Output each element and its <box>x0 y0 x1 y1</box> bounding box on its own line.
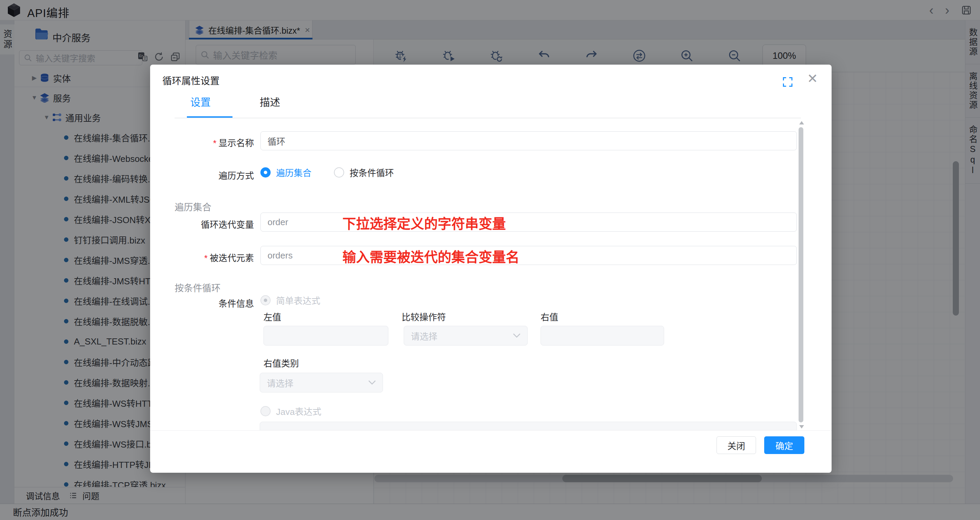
scroll-up-arrow-icon[interactable] <box>799 121 804 124</box>
loop-var-label: 循环迭代变量 <box>150 218 254 230</box>
radio-collection-label[interactable]: 遍历集合 <box>276 166 312 179</box>
display-name-label: *显示名称 <box>150 136 254 149</box>
right-value-input <box>541 326 664 346</box>
radio-simple-expr-label: 简单表达式 <box>276 294 320 306</box>
right-value-type-label: 右值类别 <box>264 357 299 369</box>
dialog-title: 循环属性设置 <box>162 73 220 87</box>
select-placeholder: 请选择 <box>267 376 293 389</box>
operator-select: 请选择 <box>404 326 528 346</box>
radio-collection-selected[interactable] <box>260 167 270 178</box>
loop-var-value: order <box>267 217 288 228</box>
java-expr-textarea-clipped <box>260 422 797 431</box>
chevron-down-icon <box>368 380 376 385</box>
required-mark: * <box>204 253 208 263</box>
scrollbar-thumb[interactable] <box>799 127 803 422</box>
display-name-input[interactable]: 循环 <box>260 131 797 150</box>
close-button[interactable]: 关闭 <box>716 436 756 454</box>
iterated-input[interactable]: orders <box>260 246 797 265</box>
right-value-type-select: 请选择 <box>260 373 383 392</box>
close-icon[interactable]: ✕ <box>807 72 818 85</box>
required-mark: * <box>213 138 216 148</box>
iterated-label: *被迭代元素 <box>150 251 254 263</box>
left-value-label: 左值 <box>264 310 281 323</box>
loop-var-select[interactable]: order <box>260 212 797 231</box>
chevron-down-icon <box>513 333 520 338</box>
radio-condition[interactable] <box>334 167 344 178</box>
tab-divider <box>175 118 801 118</box>
radio-simple-expr-disabled <box>260 295 270 305</box>
traverse-mode-label: 遍历方式 <box>150 169 254 181</box>
dialog-tab-settings[interactable]: 设置 <box>190 94 211 109</box>
scroll-down-arrow-icon[interactable] <box>799 425 804 428</box>
operator-label: 比较操作符 <box>402 310 446 323</box>
dialog-tab-description[interactable]: 描述 <box>260 94 280 109</box>
radio-java-expr-disabled <box>260 406 270 416</box>
display-name-value: 循环 <box>267 135 285 147</box>
app-window: API编排 ‹ › 资源 <box>0 0 980 520</box>
right-value-label: 右值 <box>541 310 558 323</box>
condition-info-label: 条件信息 <box>150 296 254 309</box>
select-placeholder: 请选择 <box>411 330 438 342</box>
radio-java-expr-label: Java表达式 <box>276 405 321 417</box>
loop-var-annotation: 下拉选择定义的字符串变量 <box>342 213 506 233</box>
simple-expr-radio-row: 简单表达式 <box>260 294 320 306</box>
dialog-scrollbar[interactable] <box>798 121 804 428</box>
collection-section-heading: 遍历集合 <box>175 200 212 213</box>
loop-properties-dialog: 循环属性设置 ✕ 设置 描述 *显示名称 循环 遍历方式 遍历集合 <box>150 65 832 473</box>
condition-section-heading: 按条件循环 <box>175 281 221 294</box>
iterated-annotation: 输入需要被迭代的集合变量名 <box>342 246 519 266</box>
iterated-value: orders <box>267 250 293 261</box>
left-value-input <box>264 326 388 346</box>
dialog-form: *显示名称 循环 遍历方式 遍历集合 按条件循环 遍历集合 循环迭代变量 ord… <box>150 119 832 431</box>
java-expr-radio-row: Java表达式 <box>260 405 321 417</box>
fullscreen-icon[interactable] <box>782 76 794 88</box>
confirm-button[interactable]: 确定 <box>764 436 804 454</box>
radio-condition-label[interactable]: 按条件循环 <box>350 166 394 179</box>
traverse-mode-radios: 遍历集合 按条件循环 <box>260 166 394 179</box>
